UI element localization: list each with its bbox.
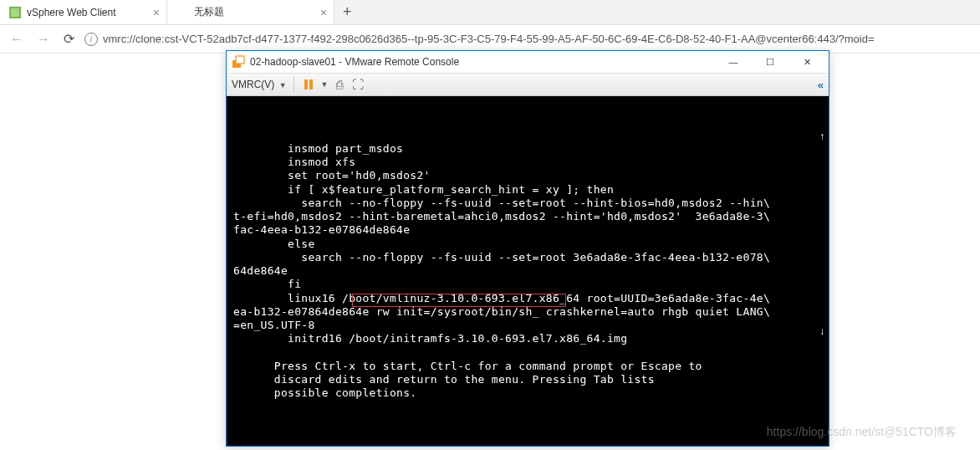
chevron-down-icon[interactable]: ▼ — [321, 80, 329, 89]
watermark-text: https://blog.csdn.net/st@51CTO博客 — [767, 425, 957, 440]
window-title: 02-hadoop-slave01 - VMware Remote Consol… — [250, 56, 717, 68]
browser-tab-strip: vSphere Web Client × 无标题 × + — [0, 0, 980, 25]
tab-untitled[interactable]: 无标题 × — [167, 0, 334, 24]
tab-label: vSphere Web Client — [27, 7, 116, 18]
reload-button[interactable]: ⟳ — [60, 29, 78, 49]
tab-label: 无标题 — [194, 5, 224, 19]
scroll-down-arrow: ↓ — [819, 326, 825, 339]
svg-rect-3 — [236, 56, 244, 64]
maximize-button[interactable]: ☐ — [753, 53, 787, 71]
pause-button[interactable] — [301, 77, 316, 92]
forward-button[interactable]: → — [33, 30, 54, 49]
tab-vsphere[interactable]: vSphere Web Client × — [0, 0, 167, 24]
vmrc-app-icon — [232, 55, 245, 69]
site-info-icon[interactable]: i — [84, 33, 98, 46]
terminal-text: insmod part_msdos insmod xfs set root='h… — [233, 101, 822, 401]
vmrc-window: 02-hadoop-slave01 - VMware Remote Consol… — [226, 50, 829, 447]
svg-rect-5 — [309, 79, 313, 89]
close-icon[interactable]: × — [153, 6, 160, 19]
scroll-up-arrow: ↑ — [819, 131, 825, 144]
collapse-toolbar-icon[interactable]: « — [818, 79, 824, 91]
url-bar[interactable]: i vmrc://clone:cst-VCT-52adb7cf-d477-137… — [84, 33, 973, 46]
back-button[interactable]: ← — [7, 30, 27, 49]
vmrc-menu[interactable]: VMRC(V) ▼ — [232, 79, 287, 90]
terminal-output[interactable]: ↑ ↓ insmod part_msdos insmod xfs set roo… — [227, 96, 829, 446]
minimize-button[interactable]: — — [717, 53, 750, 71]
separator — [293, 77, 294, 92]
blank-favicon — [176, 6, 189, 19]
browser-nav-bar: ← → ⟳ i vmrc://clone:cst-VCT-52adb7cf-d4… — [0, 25, 980, 54]
close-icon[interactable]: × — [320, 6, 327, 19]
new-tab-button[interactable]: + — [334, 3, 360, 21]
fullscreen-button[interactable]: ⛶ — [350, 77, 365, 92]
svg-rect-1 — [11, 8, 19, 17]
title-bar[interactable]: 02-hadoop-slave01 - VMware Remote Consol… — [227, 51, 829, 73]
vsphere-favicon — [8, 6, 22, 19]
window-controls: — ☐ ✕ — [717, 53, 824, 71]
vmrc-toolbar: VMRC(V) ▼ ▼ ⎙ ⛶ « — [227, 73, 829, 96]
send-keys-button[interactable]: ⎙ — [332, 77, 347, 92]
chevron-down-icon: ▼ — [279, 81, 287, 89]
svg-rect-4 — [304, 79, 308, 89]
close-button[interactable]: ✕ — [790, 53, 824, 71]
url-text: vmrc://clone:cst-VCT-52adb7cf-d477-1377-… — [103, 33, 875, 45]
